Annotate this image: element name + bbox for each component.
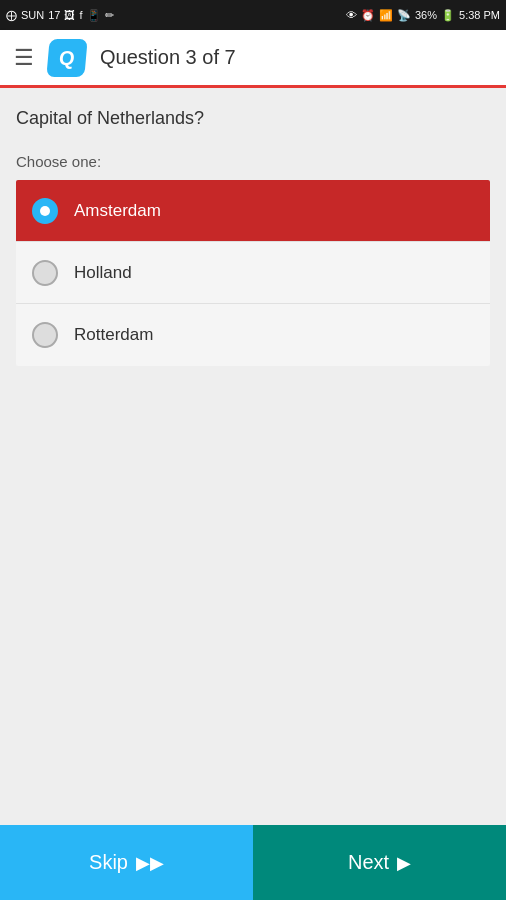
option-label-rotterdam: Rotterdam — [74, 325, 153, 345]
photo-icon: 🖼 — [64, 9, 75, 21]
next-button-label: Next — [348, 851, 389, 874]
app-bar-title: Question 3 of 7 — [100, 46, 236, 69]
skip-button[interactable]: Skip ▶▶ — [0, 825, 253, 900]
status-bar: ⨁ SUN 17 🖼 f 📱 ✏ 👁 ⏰ 📶 📡 36% 🔋 5:38 PM — [0, 0, 506, 30]
whatsapp-icon: 📱 — [87, 9, 101, 22]
time-label: 5:38 PM — [459, 9, 500, 21]
app-bar: ☰ Q Question 3 of 7 — [0, 30, 506, 88]
option-label-holland: Holland — [74, 263, 132, 283]
eye-icon: 👁 — [346, 9, 357, 21]
main-content: Capital of Netherlands? Choose one: Amst… — [0, 88, 506, 825]
option-rotterdam[interactable]: Rotterdam — [16, 304, 490, 366]
logo-letter: Q — [58, 46, 76, 69]
facebook-icon: f — [79, 9, 82, 21]
option-amsterdam[interactable]: Amsterdam — [16, 180, 490, 242]
radio-holland — [32, 260, 58, 286]
battery-label: 36% — [415, 9, 437, 21]
options-container: Amsterdam Holland Rotterdam — [16, 180, 490, 366]
wifi-icon: 📶 — [379, 9, 393, 22]
date-label: 17 — [48, 9, 60, 21]
app-logo: Q — [46, 39, 87, 77]
signal-icon: 📡 — [397, 9, 411, 22]
skip-button-label: Skip — [89, 851, 128, 874]
choose-label: Choose one: — [16, 153, 490, 170]
radio-inner-amsterdam — [40, 206, 50, 216]
hamburger-menu-icon[interactable]: ☰ — [14, 45, 34, 71]
option-holland[interactable]: Holland — [16, 242, 490, 304]
radio-amsterdam — [32, 198, 58, 224]
bottom-bar: Skip ▶▶ Next ▶ — [0, 825, 506, 900]
evernote-icon: ✏ — [105, 9, 114, 22]
option-label-amsterdam: Amsterdam — [74, 201, 161, 221]
question-text: Capital of Netherlands? — [16, 108, 490, 129]
status-bar-right: 👁 ⏰ 📶 📡 36% 🔋 5:38 PM — [346, 9, 500, 22]
add-icon: ⨁ — [6, 9, 17, 22]
battery-icon: 🔋 — [441, 9, 455, 22]
alarm-icon: ⏰ — [361, 9, 375, 22]
next-arrow-icon: ▶ — [397, 852, 411, 874]
next-button[interactable]: Next ▶ — [253, 825, 506, 900]
status-bar-left: ⨁ SUN 17 🖼 f 📱 ✏ — [6, 9, 114, 22]
skip-arrows-icon: ▶▶ — [136, 852, 164, 874]
radio-rotterdam — [32, 322, 58, 348]
day-label: SUN — [21, 9, 44, 21]
